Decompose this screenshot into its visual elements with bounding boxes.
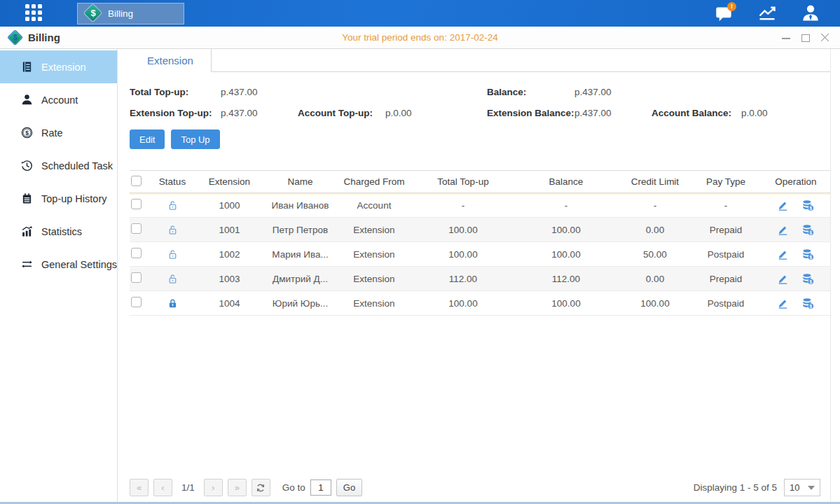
row-checkbox[interactable] — [131, 199, 142, 209]
close-icon[interactable] — [820, 33, 830, 43]
table-row: 1002 Мария Ива... Extension 100.00 100.0… — [130, 242, 830, 267]
extension-balance-value: p.437.00 — [574, 108, 652, 118]
statistics-chart-icon[interactable] — [757, 4, 777, 23]
cell-extension: 1004 — [193, 298, 266, 309]
app-tab-billing[interactable]: Billing — [77, 3, 184, 24]
cell-charged-from: Extension — [334, 249, 414, 260]
sidebar-item-label: Extension — [41, 62, 86, 73]
edit-row-icon[interactable] — [777, 224, 789, 236]
total-topup-value: p.437.00 — [221, 87, 298, 97]
svg-text:$: $ — [810, 303, 813, 309]
trial-notice: Your trial period ends on: 2017-02-24 — [0, 32, 840, 43]
cell-name: Дмитрий Д... — [266, 274, 334, 284]
apps-grid-icon[interactable] — [25, 4, 46, 22]
sidebar-item-extension[interactable]: Extension — [0, 50, 117, 83]
cell-charged-from: Account — [334, 200, 414, 211]
sidebar-item-label: Rate — [41, 127, 63, 139]
table-row: 1001 Петр Петров Extension 100.00 100.00… — [130, 218, 830, 242]
cell-charged-from: Extension — [334, 225, 414, 235]
edit-row-icon[interactable] — [777, 273, 789, 285]
row-checkbox[interactable] — [131, 223, 142, 234]
sidebar-item-rate[interactable]: $ Rate — [0, 116, 117, 149]
pagination-bar: « ‹ 1/1 › » Go to Go Displaying 1 - 5 of… — [130, 479, 820, 496]
sidebar-item-label: Top-up History — [41, 193, 106, 204]
general-settings-icon — [21, 258, 33, 270]
rate-icon: $ — [21, 127, 33, 139]
notification-badge: ! — [727, 2, 736, 11]
window-header: Billing Your trial period ends on: 2017-… — [0, 27, 840, 49]
pagination-right: Displaying 1 - 5 of 5 10 — [694, 479, 820, 496]
maximize-icon[interactable] — [801, 33, 811, 43]
table-row: 1000 Иван Иванов Account - - - - — [130, 193, 830, 218]
edit-row-icon[interactable] — [777, 298, 789, 309]
top-up-button[interactable]: Top Up — [171, 130, 219, 149]
minimize-icon[interactable] — [781, 33, 791, 43]
user-icon[interactable] — [801, 4, 820, 23]
scheduled-task-icon — [21, 160, 33, 172]
cell-credit-limit: 100.00 — [620, 298, 690, 309]
action-buttons: Edit Top Up — [130, 130, 830, 149]
cell-name: Юрий Юрь... — [266, 298, 334, 309]
col-name: Name — [266, 176, 334, 187]
cell-pay-type: - — [690, 200, 762, 211]
col-pay-type: Pay Type — [690, 176, 762, 187]
unlock-icon — [167, 224, 179, 236]
col-charged-from: Charged From — [334, 176, 414, 187]
topup-row-icon[interactable]: $ — [801, 223, 815, 237]
app-tab-label: Billing — [108, 8, 133, 19]
balance-value: p.437.00 — [574, 87, 652, 97]
summary-panel: Total Top-up: p.437.00 Balance: p.437.00… — [130, 81, 830, 123]
sidebar-item-general-settings[interactable]: General Settings — [0, 248, 117, 281]
cell-pay-type: Prepaid — [690, 225, 762, 235]
col-credit-limit: Credit Limit — [620, 176, 690, 187]
cell-name: Иван Иванов — [266, 200, 334, 211]
table-header-row: Status Extension Name Charged From Total… — [130, 170, 830, 193]
prev-page-button[interactable]: ‹ — [153, 479, 172, 496]
page-size-select[interactable]: 10 — [784, 479, 820, 496]
cell-total-topup: 100.00 — [414, 298, 512, 309]
goto-page-input[interactable] — [310, 479, 331, 496]
sidebar-item-account[interactable]: Account — [0, 83, 117, 116]
row-checkbox[interactable] — [131, 272, 142, 283]
extension-topup-value: p.437.00 — [221, 108, 298, 118]
topup-row-icon[interactable]: $ — [801, 272, 815, 286]
cell-name: Петр Петров — [266, 225, 334, 235]
sidebar-item-label: General Settings — [41, 259, 117, 270]
col-status: Status — [152, 176, 193, 187]
go-button[interactable]: Go — [336, 479, 362, 496]
edit-button[interactable]: Edit — [130, 130, 165, 149]
select-all-checkbox[interactable] — [131, 176, 142, 186]
sidebar-item-label: Scheduled Task — [41, 160, 113, 172]
col-operation: Operation — [762, 176, 830, 187]
svg-text:$: $ — [810, 205, 813, 211]
row-checkbox[interactable] — [131, 297, 142, 307]
row-checkbox[interactable] — [131, 248, 142, 258]
edit-row-icon[interactable] — [777, 200, 789, 211]
cell-extension: 1002 — [193, 249, 266, 260]
tab-strip-filler — [212, 49, 830, 72]
cell-total-topup: 112.00 — [414, 274, 512, 284]
topup-row-icon[interactable]: $ — [801, 248, 815, 261]
topup-row-icon[interactable]: $ — [801, 199, 815, 212]
tab-extension[interactable]: Extension — [130, 49, 212, 72]
displaying-text: Displaying 1 - 5 of 5 — [694, 482, 777, 493]
refresh-button[interactable] — [252, 479, 270, 496]
svg-text:$: $ — [810, 279, 813, 284]
topup-history-icon — [21, 192, 33, 204]
billing-app-icon — [85, 5, 102, 22]
topup-row-icon[interactable]: $ — [801, 297, 815, 310]
cell-balance: 112.00 — [512, 274, 620, 284]
sidebar-item-statistics[interactable]: Statistics — [0, 215, 117, 248]
cell-pay-type: Postpaid — [690, 298, 762, 309]
messages-icon[interactable]: ! — [714, 4, 734, 23]
sidebar-item-scheduled-task[interactable]: Scheduled Task — [0, 149, 117, 182]
extension-topup-label: Extension Top-up: — [130, 108, 221, 118]
next-page-button[interactable]: › — [204, 479, 223, 496]
sidebar-item-topup-history[interactable]: Top-up History — [0, 182, 117, 215]
first-page-button[interactable]: « — [130, 479, 149, 496]
last-page-button[interactable]: » — [228, 479, 247, 496]
billing-title-icon — [8, 31, 22, 45]
page-indicator: 1/1 — [181, 482, 195, 493]
window-controls — [781, 33, 830, 43]
edit-row-icon[interactable] — [777, 248, 789, 260]
